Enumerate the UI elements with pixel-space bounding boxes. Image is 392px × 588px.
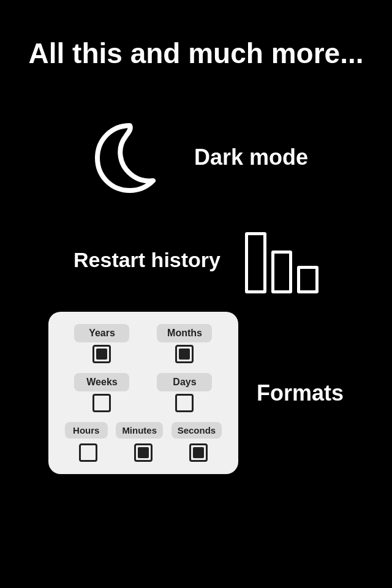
hours-checkbox[interactable]	[79, 443, 97, 462]
years-label-container: Years	[74, 324, 129, 342]
months-button[interactable]: Months	[157, 324, 212, 342]
page-title: All this and much more...	[24, 37, 368, 70]
hours-checkbox-container	[67, 443, 110, 462]
bar-medium	[271, 251, 293, 293]
formats-row-2-labels: Weeks Days	[61, 373, 226, 391]
months-checkbox[interactable]	[175, 345, 194, 363]
formats-row-1-labels: Years Months	[61, 324, 226, 342]
header-section: All this and much more...	[0, 0, 392, 95]
dark-mode-section: Dark mode	[0, 95, 392, 220]
weeks-checkbox-container	[74, 394, 129, 412]
months-label-container: Months	[157, 324, 212, 342]
formats-row-1-checkboxes	[61, 345, 226, 363]
years-checkbox-container	[74, 345, 129, 363]
minutes-checkbox-container	[122, 443, 165, 462]
days-button[interactable]: Days	[157, 373, 212, 391]
weeks-label-container: Weeks	[74, 373, 129, 391]
formats-row-3-checkboxes	[61, 443, 226, 462]
weeks-checkbox[interactable]	[92, 394, 111, 412]
dark-mode-label: Dark mode	[194, 145, 308, 170]
bar-tall	[245, 232, 266, 293]
bar-chart-icon	[245, 226, 318, 293]
restart-label: Restart history	[74, 248, 221, 272]
seconds-checkbox[interactable]	[189, 443, 208, 462]
formats-row-2-checkboxes	[61, 394, 226, 412]
minutes-button[interactable]: Minutes	[116, 422, 163, 439]
days-label-container: Days	[157, 373, 212, 391]
formats-section: Years Months Weeks Days	[0, 300, 392, 486]
hours-button[interactable]: Hours	[65, 422, 108, 439]
formats-label: Formats	[257, 380, 344, 406]
days-checkbox-container	[157, 394, 212, 412]
years-button[interactable]: Years	[74, 324, 129, 342]
minutes-checkbox[interactable]	[134, 443, 153, 462]
months-checkbox-container	[157, 345, 212, 363]
days-checkbox[interactable]	[175, 394, 194, 412]
moon-icon	[84, 113, 170, 202]
formats-card: Years Months Weeks Days	[48, 312, 238, 474]
formats-row-3-labels: Hours Minutes Seconds	[61, 422, 226, 439]
seconds-checkbox-container	[177, 443, 220, 462]
seconds-button[interactable]: Seconds	[172, 422, 222, 439]
years-checkbox[interactable]	[92, 345, 111, 363]
restart-section: Restart history	[0, 220, 392, 300]
weeks-button[interactable]: Weeks	[74, 373, 129, 391]
bar-short	[297, 266, 318, 293]
